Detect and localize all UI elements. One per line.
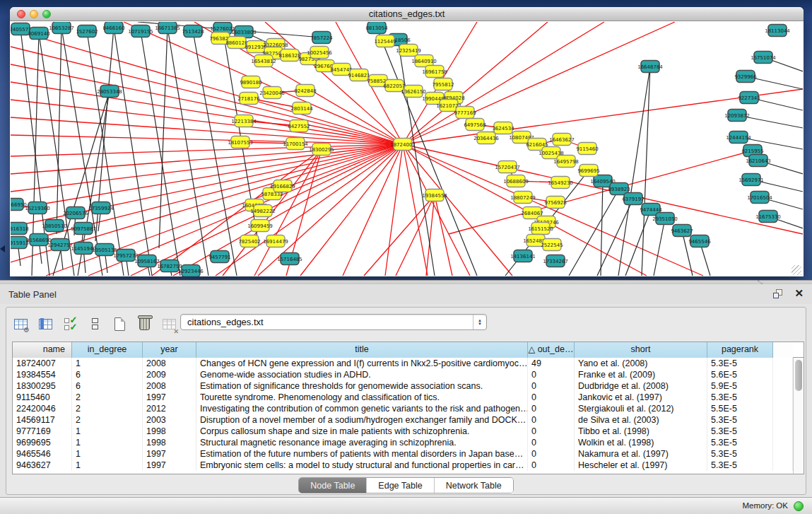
table-row[interactable]: 911546021997Tourette syndrome. Phenomeno… [13, 392, 804, 403]
cell-short[interactable]: Franke et al. (2009) [575, 369, 707, 380]
cell-short[interactable]: Nakamura et al. (1997) [575, 448, 707, 460]
cell-year[interactable]: 1998 [143, 426, 196, 437]
table-row[interactable]: 969969511998Structural magnetic resonanc… [13, 437, 804, 448]
cell-out_de…[interactable]: 49 [528, 358, 575, 369]
graph-node[interactable]: 12942757 [47, 239, 73, 251]
cell-name[interactable]: 19384554 [13, 369, 72, 380]
graph-node[interactable]: 23420046 [259, 87, 285, 99]
column-header-year[interactable]: year [143, 342, 196, 358]
window-resize-grip[interactable] [792, 265, 801, 275]
cell-year[interactable]: 2008 [143, 380, 196, 392]
cell-in_degree[interactable]: 6 [72, 369, 143, 380]
graph-edge[interactable] [618, 66, 650, 276]
splitter-collapse-arrow[interactable] [0, 245, 5, 252]
graph-node[interactable]: 10688609 [503, 175, 529, 187]
cell-pagerank[interactable]: 5.3E-5 [707, 414, 773, 426]
cell-year[interactable]: 1997 [143, 448, 196, 460]
cell-pagerank[interactable]: 5.3E-5 [707, 392, 773, 403]
graph-node[interactable]: 9227343 [738, 92, 760, 104]
graph-node[interactable]: 16671385 [155, 22, 180, 34]
cell-out_de…[interactable]: 0 [528, 448, 575, 460]
table-row[interactable]: 946554611997Estimation of the future num… [13, 448, 804, 460]
cell-name[interactable]: 9699695 [13, 437, 72, 448]
table-row[interactable]: 1456911722003Disruption of a novel membe… [13, 414, 804, 426]
graph-node[interactable]: 17359924 [88, 202, 114, 214]
cell-title[interactable]: Genome-wide association studies in ADHD. [196, 369, 528, 380]
table-row[interactable]: 977716911998Corpus callosum shape and si… [13, 426, 804, 437]
graph-node[interactable]: 16463627 [549, 134, 575, 146]
graph-node[interactable]: 12923446 [178, 265, 204, 277]
cell-in_degree[interactable]: 1 [72, 426, 143, 437]
graph-node[interactable]: 2803144 [290, 103, 313, 115]
cell-short[interactable]: Yano et al. (2008) [575, 358, 707, 369]
graph-node[interactable]: 16543812 [251, 55, 276, 67]
network-window-titlebar[interactable]: citations_edges.txt [10, 7, 804, 21]
graph-node[interactable]: 3624534 [492, 122, 514, 134]
cell-pagerank[interactable]: 5.3E-5 [707, 448, 773, 460]
graph-node[interactable]: 8427552 [288, 120, 310, 132]
graph-edge[interactable] [11, 135, 403, 144]
cell-year[interactable]: 2003 [143, 414, 196, 426]
cell-pagerank[interactable]: 5.3E-5 [707, 437, 773, 448]
graph-node[interactable]: 6497568 [464, 119, 486, 131]
graph-node[interactable]: 15716485 [277, 253, 302, 265]
cell-pagerank[interactable]: 5.6E-5 [707, 369, 773, 380]
table-row[interactable]: 1938455462009Genome-wide association stu… [13, 369, 804, 380]
cell-title[interactable]: Disruption of a novel member of a sodium… [196, 414, 528, 426]
graph-node[interactable]: 16151520 [528, 223, 553, 235]
graph-edge[interactable] [569, 189, 619, 276]
float-panel-icon[interactable] [773, 289, 784, 299]
graph-node[interactable]: 10719155 [128, 25, 153, 37]
graph-node[interactable]: 1125449 [374, 35, 396, 47]
graph-edge[interactable] [601, 181, 603, 276]
graph-node[interactable]: 9777169 [454, 107, 476, 119]
cell-in_degree[interactable]: 2 [72, 403, 143, 414]
cell-in_degree[interactable]: 2 [72, 392, 143, 403]
graph-node[interactable]: 12093872 [724, 110, 750, 122]
graph-node[interactable]: 9115460 [576, 143, 598, 155]
graph-node[interactable]: 8813054 [365, 22, 388, 34]
select-rows-button[interactable]: ✓✓ [60, 314, 80, 334]
tab-node-table[interactable]: Node Table [299, 478, 367, 493]
graph-node[interactable]: 16549230 [548, 177, 573, 189]
graph-node[interactable]: 11700154 [283, 138, 308, 150]
cell-in_degree[interactable]: 6 [72, 380, 143, 392]
cell-title[interactable]: Embryonic stem cells: a model to study s… [196, 460, 528, 471]
table-selector-combobox[interactable]: citations_edges.txt ▲▼ [180, 314, 487, 330]
graph-node[interactable]: 9242848 [294, 85, 316, 97]
graph-node[interactable]: 90975887 [71, 223, 96, 235]
graph-edge[interactable] [449, 151, 753, 234]
cell-in_degree[interactable]: 2 [72, 414, 143, 426]
graph-node[interactable]: 16648784 [637, 61, 663, 73]
cell-year[interactable]: 2008 [143, 358, 196, 369]
delete-table-button[interactable] [134, 314, 154, 334]
graph-node[interactable]: 20364436 [473, 132, 499, 144]
table-settings-button[interactable]: ⚙ [11, 314, 30, 334]
graph-node[interactable]: 8816318 [11, 223, 29, 235]
cell-title[interactable]: Estimation of significance thresholds fo… [196, 380, 528, 392]
cell-title[interactable]: Investigating the contribution of common… [196, 403, 528, 414]
cell-out_de…[interactable]: 0 [528, 414, 575, 426]
graph-node[interactable]: 28053348 [97, 86, 122, 98]
graph-node[interactable]: 14136141 [510, 250, 536, 262]
cell-out_de…[interactable]: 0 [528, 460, 575, 471]
cell-pagerank[interactable]: 5.3E-5 [707, 426, 773, 437]
graph-node[interactable]: 15692971 [739, 174, 764, 186]
table-row[interactable]: 1872400712008Changes of HCN gene express… [13, 358, 804, 369]
column-header-pagerank[interactable]: pagerank [707, 342, 773, 358]
cell-year[interactable]: 1997 [143, 392, 196, 403]
zoom-button[interactable] [42, 10, 51, 18]
graph-node[interactable]: 7825402 [238, 235, 260, 247]
graph-edge[interactable] [426, 195, 435, 276]
graph-node[interactable]: 10653287 [49, 22, 74, 34]
minimize-button[interactable] [30, 10, 38, 18]
cell-pagerank[interactable]: 5.5E-5 [707, 403, 773, 414]
cell-in_degree[interactable]: 1 [72, 460, 143, 471]
cell-short[interactable]: Wolkin et al. (1998) [575, 437, 707, 448]
graph-node[interactable]: 7955812 [432, 78, 454, 90]
tab-edge-table[interactable]: Edge Table [367, 478, 434, 493]
cell-short[interactable]: Tibbo et al. (1998) [575, 426, 707, 437]
cell-short[interactable]: Dudbridge et al. (2008) [575, 380, 707, 392]
graph-node[interactable]: 17334267 [543, 255, 568, 267]
graph-node[interactable]: 18300295 [309, 144, 334, 156]
